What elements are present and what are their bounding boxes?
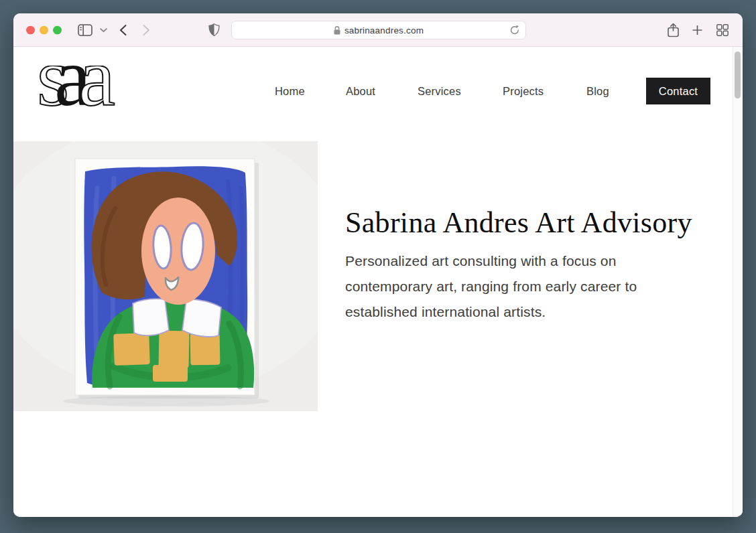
hero-artwork-illustration [13, 141, 318, 411]
back-button-icon[interactable] [119, 24, 127, 35]
scrollbar-thumb[interactable] [735, 52, 741, 98]
forward-button-icon[interactable] [143, 24, 150, 35]
hero-title: Sabrina Andres Art Advisory [345, 206, 720, 240]
hero-description: Personalized art consulting with a focus… [345, 248, 694, 325]
nav-item-services[interactable]: Services [418, 78, 461, 104]
nav-contact-button[interactable]: Contact [646, 78, 710, 104]
address-bar[interactable]: sabrinaandres.com [231, 21, 526, 40]
share-icon[interactable] [668, 23, 679, 37]
browser-toolbar: sabrinaandres.com [13, 13, 743, 47]
desktop-background: { "browser": { "url": "sabrinaandres.com… [0, 0, 756, 533]
privacy-shield-icon[interactable] [208, 23, 220, 37]
nav-item-home[interactable]: Home [275, 78, 305, 104]
close-window-button[interactable] [26, 25, 35, 34]
window-controls [26, 25, 62, 34]
hero-description-line: contemporary art, ranging from early car… [345, 274, 694, 299]
new-tab-icon[interactable] [692, 25, 702, 35]
logo-letter: a [78, 66, 115, 107]
webpage-content: s a a Home About Services Projects Blog … [13, 47, 743, 517]
minimize-window-button[interactable] [40, 25, 48, 34]
hero-description-line: Personalized art consulting with a focus… [345, 248, 694, 274]
browser-window: sabrinaandres.com s [13, 13, 743, 517]
reload-icon[interactable] [510, 25, 519, 35]
nav-item-about[interactable]: About [346, 78, 375, 104]
nav-item-blog[interactable]: Blog [586, 78, 609, 104]
sidebar-toggle-icon[interactable] [78, 24, 92, 36]
tab-overview-icon[interactable] [716, 24, 729, 36]
nav-item-projects[interactable]: Projects [503, 78, 544, 104]
sidebar-chevron-down-icon[interactable] [100, 27, 107, 32]
zoom-window-button[interactable] [53, 25, 62, 34]
hero-image [13, 141, 318, 411]
site-logo[interactable]: s a a [37, 66, 119, 107]
scrollbar-track[interactable] [733, 47, 743, 517]
lock-icon [334, 26, 340, 35]
hero-description-line: established international artists. [345, 299, 694, 325]
url-text: sabrinaandres.com [344, 25, 424, 35]
